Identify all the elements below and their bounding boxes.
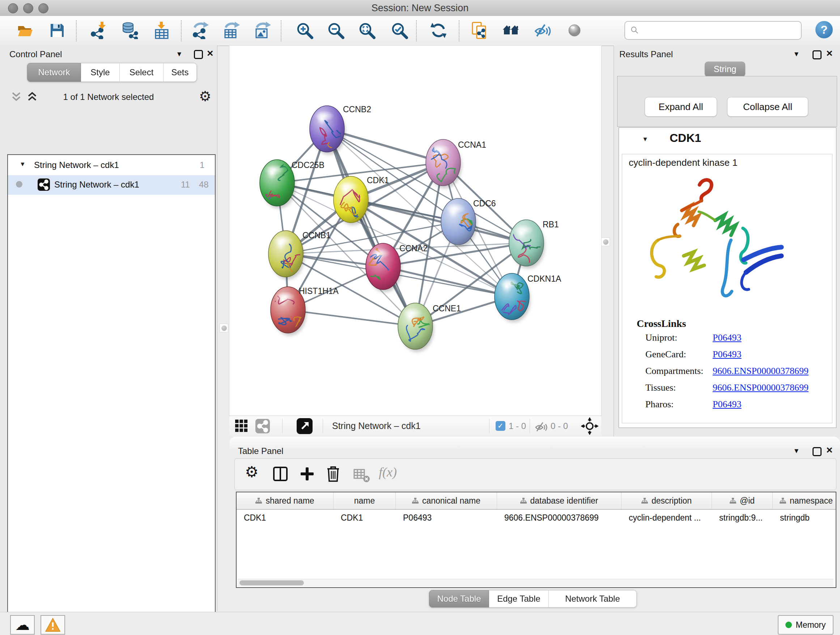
show-all-sphere-icon[interactable]: [566, 22, 583, 39]
gear-icon[interactable]: ⚙: [245, 463, 259, 481]
crosslink-value[interactable]: 9606.ENSP00000378699: [713, 382, 808, 393]
network-node-CDKN1A[interactable]: [494, 273, 531, 322]
cloud-button[interactable]: ☁: [10, 615, 35, 635]
import-table-file-icon[interactable]: [153, 22, 170, 39]
float-panel-icon[interactable]: [194, 50, 203, 59]
tree-expander-icon[interactable]: ▼: [19, 161, 26, 168]
close-panel-icon[interactable]: ×: [207, 49, 213, 58]
network-node-CCNB2[interactable]: [309, 106, 347, 161]
save-session-icon[interactable]: [49, 22, 66, 39]
table-cell[interactable]: 9606.ENSP00000378699: [497, 510, 622, 526]
network-graph[interactable]: CCNB2CCNA1CDC25BCDK1CDC6RB1CCNB1CCNA2CDK…: [229, 46, 601, 416]
zoom-in-icon[interactable]: [296, 22, 313, 39]
crosslink-value[interactable]: P06493: [713, 349, 741, 360]
network-node-CCNE1[interactable]: [398, 303, 434, 352]
scrollbar-thumb[interactable]: [240, 580, 304, 585]
table-row[interactable]: CDK1CDK1P064939606.ENSP00000378699cyclin…: [237, 510, 836, 526]
warning-button[interactable]: [41, 615, 65, 635]
delete-column-icon[interactable]: [325, 465, 341, 483]
import-network-file-icon[interactable]: [90, 22, 108, 39]
string-query-icon[interactable]: [471, 22, 488, 39]
expand-all-button[interactable]: Expand All: [645, 97, 717, 117]
tab-network[interactable]: Network: [27, 63, 81, 82]
collection-label: String Network – cdk1: [34, 160, 119, 170]
node-label: CCNE1: [433, 304, 461, 313]
network-node-CDC6[interactable]: [441, 198, 477, 247]
open-session-icon[interactable]: [17, 22, 34, 39]
network-node-CCNB1[interactable]: [268, 231, 305, 284]
entry-expander-icon[interactable]: ▼: [642, 136, 648, 143]
float-panel-icon[interactable]: [813, 447, 821, 456]
zoom-fit-icon[interactable]: [358, 22, 376, 39]
table-cell[interactable]: CDK1: [333, 510, 396, 526]
search-input[interactable]: [624, 21, 802, 40]
crosslink-value[interactable]: P06493: [713, 399, 741, 410]
tab-string[interactable]: String: [705, 62, 745, 77]
network-canvas[interactable]: CCNB2CCNA1CDC25BCDK1CDC6RB1CCNB1CCNA2CDK…: [229, 46, 601, 416]
control-panel-title: Control Panel: [9, 49, 62, 59]
search-icon: [630, 26, 639, 35]
network-node-RB1[interactable]: [509, 220, 545, 273]
hide-selected-eye-icon[interactable]: [534, 22, 551, 39]
node-table[interactable]: shared namenamecanonical namedatabase id…: [236, 492, 836, 588]
open-in-window-icon[interactable]: [297, 418, 313, 434]
crosslink-label: GeneCard:: [645, 349, 686, 360]
network-row-selected[interactable]: String Network – cdk1 11 48: [8, 175, 215, 195]
zoom-selected-icon[interactable]: [391, 22, 408, 39]
network-node-CDC25B[interactable]: [260, 160, 295, 212]
export-table-icon[interactable]: [223, 22, 240, 39]
hidden-eye-icon[interactable]: [535, 420, 548, 432]
export-network-icon[interactable]: [192, 22, 209, 39]
column-header-canonical-name[interactable]: canonical name: [396, 492, 497, 509]
import-network-database-icon[interactable]: [121, 22, 138, 39]
table-cell[interactable]: stringdb: [773, 510, 836, 526]
add-column-icon[interactable]: [299, 466, 315, 482]
table-cell[interactable]: CDK1: [237, 510, 333, 526]
entry-title: CDK1: [669, 131, 701, 145]
right-splitter-handle[interactable]: [601, 238, 610, 246]
table-cell[interactable]: cyclin-dependent ...: [622, 510, 712, 526]
column-header-name[interactable]: name: [333, 492, 396, 509]
float-panel-icon[interactable]: [813, 50, 821, 59]
columns-icon[interactable]: [272, 466, 288, 482]
help-icon[interactable]: ?: [815, 21, 833, 38]
tab-sets[interactable]: Sets: [164, 63, 197, 82]
table-cell[interactable]: P06493: [396, 510, 497, 526]
network-tree: ▼ String Network – cdk1 1 String Network…: [7, 154, 216, 635]
tab-edge-table[interactable]: Edge Table: [489, 590, 549, 608]
left-splitter-handle[interactable]: [219, 324, 228, 333]
table-cell[interactable]: stringdb:9...: [712, 510, 773, 526]
network-options-gear-icon[interactable]: ⚙: [199, 88, 211, 104]
export-image-icon[interactable]: [254, 22, 271, 39]
collapse-all-button[interactable]: Collapse All: [727, 97, 808, 117]
network-collection-row[interactable]: ▼ String Network – cdk1 1: [8, 156, 215, 175]
zoom-out-icon[interactable]: [327, 22, 344, 39]
tab-select[interactable]: Select: [120, 63, 164, 82]
selected-checkbox[interactable]: ✓: [496, 421, 505, 431]
memory-button[interactable]: Memory: [778, 615, 834, 635]
collapse-panel-icon[interactable]: ▾: [794, 446, 798, 455]
tab-style[interactable]: Style: [81, 63, 120, 82]
home-icon[interactable]: [502, 22, 519, 39]
table-toolbar: ⚙ f(x): [234, 458, 836, 490]
crosslink-value[interactable]: P06493: [713, 333, 741, 343]
close-panel-icon[interactable]: ×: [826, 49, 833, 58]
tab-node-table[interactable]: Node Table: [429, 590, 489, 608]
collapse-panel-icon[interactable]: ▾: [794, 49, 798, 59]
table-horizontal-scrollbar[interactable]: [237, 579, 834, 586]
close-panel-icon[interactable]: ×: [826, 445, 833, 455]
column-header-namespace[interactable]: namespace: [773, 492, 836, 509]
grid-icon[interactable]: [235, 420, 248, 432]
apply-layout-icon[interactable]: [430, 22, 447, 39]
crosslink-value[interactable]: 9606.ENSP00000378699: [713, 366, 808, 377]
network-node-CDK1[interactable]: [333, 176, 369, 225]
collapse-panel-icon[interactable]: ▾: [177, 49, 181, 59]
warning-icon: [45, 618, 61, 632]
column-header--id[interactable]: @id: [712, 492, 773, 509]
column-header-shared-name[interactable]: shared name: [237, 492, 333, 509]
column-header-database-identifier[interactable]: database identifier: [497, 492, 622, 509]
string-view-icon[interactable]: [256, 419, 270, 433]
tab-network-table[interactable]: Network Table: [549, 590, 637, 608]
column-header-description[interactable]: description: [622, 492, 712, 509]
crosshair-icon[interactable]: [581, 417, 598, 435]
